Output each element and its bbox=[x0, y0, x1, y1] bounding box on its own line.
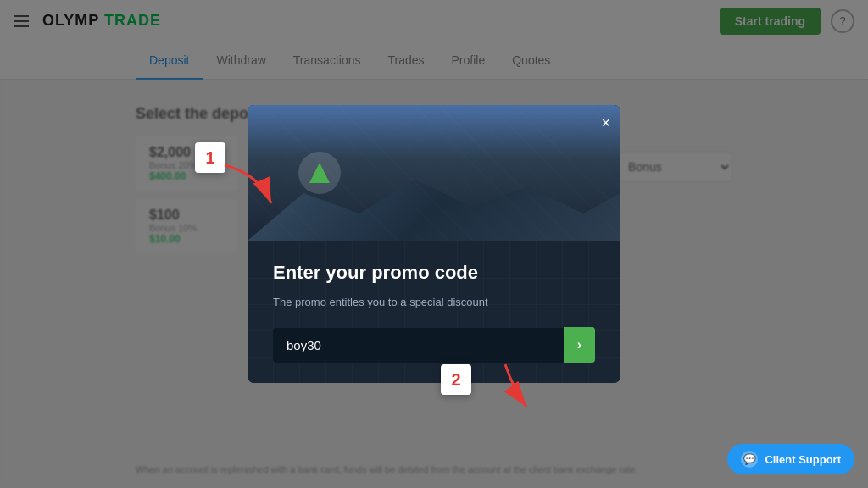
modal-content-inner: Enter your promo code The promo entitles… bbox=[273, 261, 595, 363]
client-support-label: Client Support bbox=[765, 453, 841, 466]
modal-body: Enter your promo code The promo entitles… bbox=[248, 241, 620, 383]
modal-subtitle: The promo entitles you to a special disc… bbox=[273, 294, 595, 311]
modal-image-area: × bbox=[248, 105, 620, 241]
client-support-button[interactable]: 💬 Client Support bbox=[727, 444, 854, 474]
modal-overlay: × Enter your promo code The promo entitl… bbox=[0, 0, 868, 488]
promo-input-row: › bbox=[273, 327, 595, 363]
arrow-1-icon bbox=[216, 157, 284, 225]
modal-close-button[interactable]: × bbox=[601, 115, 610, 130]
support-chat-icon: 💬 bbox=[741, 451, 758, 468]
modal-title: Enter your promo code bbox=[273, 261, 595, 286]
modal-logo bbox=[298, 152, 341, 194]
promo-modal: × Enter your promo code The promo entitl… bbox=[248, 105, 620, 383]
promo-submit-button[interactable]: › bbox=[564, 327, 595, 363]
modal-logo-inner bbox=[309, 163, 330, 183]
arrow-2-icon bbox=[471, 356, 539, 424]
annotation-2: 2 bbox=[441, 364, 471, 395]
